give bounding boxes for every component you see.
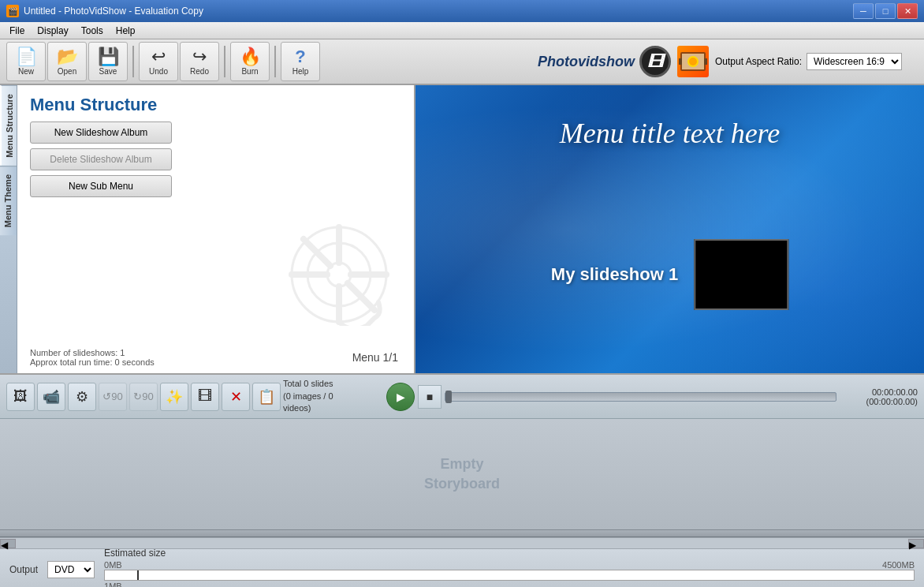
- menu-panel-title: Menu Structure: [17, 85, 414, 122]
- redo-button[interactable]: ↪ Redo: [180, 42, 219, 81]
- menu-tools[interactable]: Tools: [75, 24, 110, 38]
- burn-icon: 🔥: [240, 48, 261, 65]
- save-button[interactable]: 💾 Save: [88, 42, 128, 81]
- size-indicator: [137, 570, 139, 580]
- storyboard: Empty Storyboard: [0, 419, 924, 529]
- tab-menu-structure[interactable]: Menu Structure: [0, 85, 17, 166]
- output-label: Output: [9, 564, 38, 575]
- size-sublabel: 1MB: [104, 581, 915, 587]
- effects-button[interactable]: ✨: [160, 383, 188, 411]
- title-bar-left: 🎬 Untitled - PhotoVidShow - Evaluation C…: [6, 5, 203, 17]
- tab-menu-theme[interactable]: Menu Theme: [0, 166, 17, 235]
- menu-file[interactable]: File: [3, 24, 31, 38]
- progress-bar[interactable]: [445, 392, 836, 402]
- new-label: New: [18, 67, 34, 76]
- stats-line2: Approx total run time: 0 seconds: [30, 357, 155, 367]
- settings-button[interactable]: ⚙: [68, 383, 96, 411]
- maximize-button[interactable]: □: [875, 3, 896, 19]
- slideshow-thumbnail: [694, 239, 788, 310]
- slides-info: Total 0 slides (0 images / 0 videos): [283, 378, 378, 414]
- time-display: 00:00:00.00 (00:00:00.00): [839, 387, 918, 406]
- header-right: Photovidshow 🎞 Output Aspect Ratio: Wide…: [538, 46, 902, 77]
- size-max-label: 4500MB: [882, 560, 915, 570]
- close-button[interactable]: ✕: [897, 3, 918, 19]
- aspect-ratio-area: Output Aspect Ratio: Widescreen 16:9 Sta…: [715, 53, 902, 70]
- divider: [0, 529, 924, 537]
- slides-line3: videos): [283, 402, 378, 414]
- estimated-size-label: Estimated size: [104, 548, 915, 559]
- burn-button[interactable]: 🔥 Burn: [230, 42, 270, 81]
- rotate-left-button[interactable]: ↺90: [99, 383, 127, 411]
- scroll-track[interactable]: [16, 539, 908, 548]
- redo-icon: ↪: [192, 48, 207, 65]
- svg-rect-4: [679, 58, 682, 65]
- undo-button[interactable]: ↩ Undo: [139, 42, 178, 81]
- undo-label: Undo: [149, 67, 168, 76]
- toolbar-separator-2: [224, 46, 225, 77]
- add-photos-button[interactable]: 🖼: [6, 383, 35, 411]
- storyboard-line2: Storyboard: [424, 474, 500, 494]
- aspect-ratio-select[interactable]: Widescreen 16:9 Standard 4:3 Square 1:1: [807, 53, 902, 70]
- save-label: Save: [99, 67, 117, 76]
- menu-panel-buttons: New Slideshow Album Delete Slideshow Alb…: [17, 122, 414, 197]
- horizontal-scrollbar[interactable]: ◀ ▶: [0, 537, 924, 548]
- stats-line1: Number of slideshows: 1: [30, 348, 155, 357]
- open-label: Open: [58, 67, 76, 76]
- slideshow-label: My slideshow 1: [551, 264, 678, 285]
- toolbar-separator-3: [274, 46, 276, 77]
- playback-area: ▶ ■: [386, 383, 836, 411]
- film-icon: 🎞: [639, 46, 671, 77]
- help-button[interactable]: ? Help: [281, 42, 320, 81]
- preview-menu-title: Menu title text here: [415, 117, 924, 150]
- title-bar-controls[interactable]: ─ □ ✕: [853, 3, 918, 19]
- size-area: Estimated size 0MB 4500MB 1MB: [104, 548, 915, 587]
- menu-panel: Menu Structure New Slideshow Album Delet…: [17, 85, 415, 373]
- svg-line-14: [348, 283, 374, 310]
- output-select[interactable]: DVD Blu-ray: [47, 561, 95, 578]
- rotate-right-button[interactable]: ↻90: [129, 383, 158, 411]
- menu-display[interactable]: Display: [31, 24, 74, 38]
- time-line2: (00:00:00.00): [839, 397, 918, 406]
- logo: Photovidshow 🎞: [538, 46, 671, 77]
- delete-slide-button[interactable]: ✕: [222, 383, 250, 411]
- minimize-button[interactable]: ─: [853, 3, 874, 19]
- burn-label: Burn: [241, 67, 258, 76]
- open-button[interactable]: 📂 Open: [47, 42, 87, 81]
- stop-button[interactable]: ■: [418, 385, 442, 409]
- scroll-left-button[interactable]: ◀: [0, 539, 16, 548]
- help-label: Help: [292, 67, 309, 76]
- add-video-button[interactable]: 📹: [37, 383, 65, 411]
- slideshow-btn[interactable]: 🎞: [191, 383, 219, 411]
- storyboard-button[interactable]: 📋: [252, 383, 281, 411]
- slides-line1: Total 0 slides: [283, 378, 378, 390]
- preview-panel: Menu title text here My slideshow 1: [415, 85, 924, 373]
- delete-slideshow-album-button[interactable]: Delete Slideshow Album: [30, 148, 172, 170]
- redo-label: Redo: [190, 67, 209, 76]
- slides-line2: (0 images / 0: [283, 391, 378, 402]
- output-bar: Output DVD Blu-ray Estimated size 0MB 45…: [0, 548, 924, 587]
- slideshow-item: My slideshow 1: [551, 239, 788, 310]
- side-tabs: Menu Structure Menu Theme: [0, 85, 17, 373]
- title-bar-text: Untitled - PhotoVidShow - Evaluation Cop…: [24, 6, 203, 17]
- menu-bar: File Display Tools Help: [0, 22, 924, 39]
- scroll-right-button[interactable]: ▶: [908, 539, 924, 548]
- menu-help[interactable]: Help: [110, 24, 142, 38]
- svg-rect-5: [704, 58, 707, 65]
- play-button[interactable]: ▶: [386, 383, 415, 411]
- menu-nav: Menu 1/1: [352, 351, 398, 364]
- toolbar-separator-1: [132, 46, 134, 77]
- size-min-label: 0MB: [104, 560, 122, 570]
- time-line1: 00:00:00.00: [839, 387, 918, 397]
- new-button[interactable]: 📄 New: [6, 42, 46, 81]
- svg-line-13: [304, 239, 330, 266]
- new-icon: 📄: [16, 48, 37, 65]
- storyboard-empty-text: Empty Storyboard: [424, 454, 500, 494]
- new-sub-menu-button[interactable]: New Sub Menu: [30, 175, 172, 197]
- save-icon: 💾: [98, 48, 119, 65]
- size-labels: 0MB 4500MB: [104, 560, 915, 570]
- aspect-ratio-label: Output Aspect Ratio:: [715, 56, 802, 67]
- progress-slider[interactable]: [445, 391, 452, 403]
- undo-icon: ↩: [151, 48, 166, 65]
- storyboard-line1: Empty: [424, 454, 500, 474]
- new-slideshow-album-button[interactable]: New Slideshow Album: [30, 122, 172, 144]
